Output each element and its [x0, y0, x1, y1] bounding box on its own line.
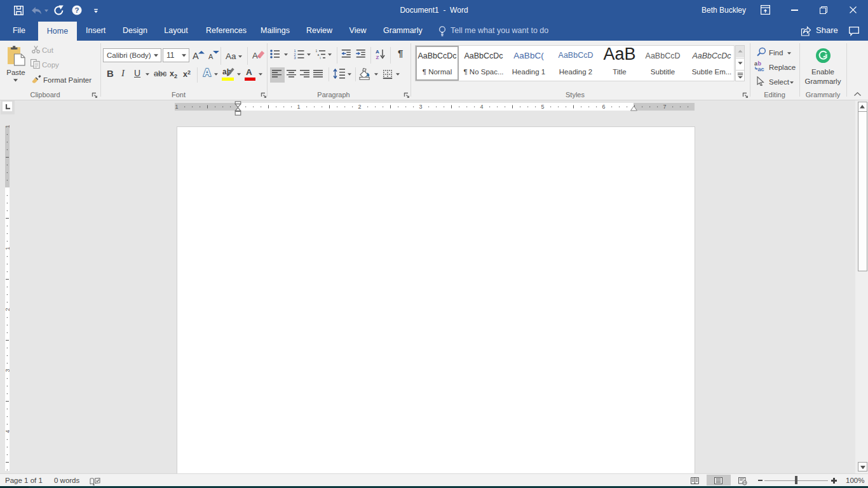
svg-text:4: 4	[480, 104, 483, 110]
svg-text:1: 1	[297, 104, 300, 110]
svg-text:A: A	[203, 67, 211, 78]
svg-text:A: A	[376, 49, 379, 55]
svg-text:1: 1	[5, 247, 10, 250]
svg-text:7: 7	[663, 104, 666, 110]
svg-text:1: 1	[5, 125, 10, 128]
svg-text:2: 2	[358, 104, 361, 110]
svg-text:6: 6	[602, 104, 605, 110]
svg-text:2: 2	[5, 308, 10, 311]
svg-text:3: 3	[419, 104, 422, 110]
svg-text:4: 4	[5, 430, 10, 433]
svg-text:i: i	[320, 56, 320, 59]
svg-text:3: 3	[5, 369, 10, 372]
svg-text:Z: Z	[376, 55, 379, 59]
svg-text:5: 5	[541, 104, 544, 110]
svg-text:a: a	[318, 53, 320, 57]
svg-text:1: 1	[175, 104, 178, 110]
svg-text:3: 3	[294, 56, 295, 59]
svg-text:ac: ac	[758, 66, 764, 72]
